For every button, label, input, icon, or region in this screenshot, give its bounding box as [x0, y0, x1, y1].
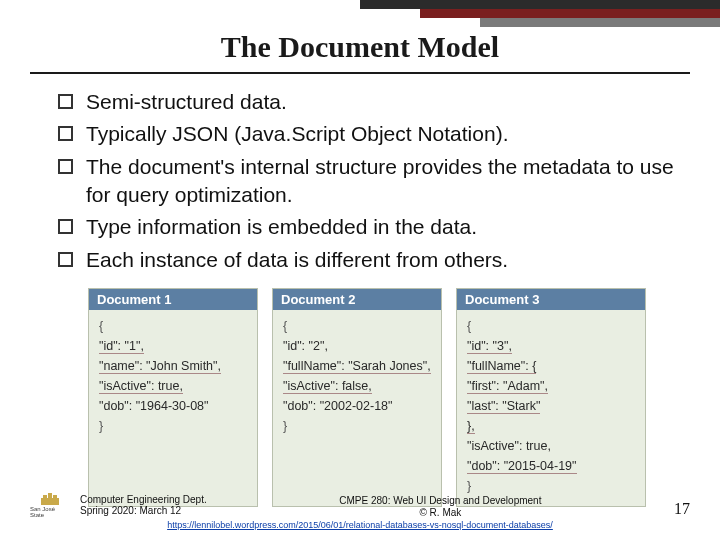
decorative-bands	[360, 0, 720, 27]
document-body: { "id": "1", "name": "John Smith", "isAc…	[89, 310, 257, 446]
slide-footer: San José State Computer Engineering Dept…	[30, 492, 690, 530]
document-header: Document 1	[89, 289, 257, 310]
footer-term: Spring 2020: March 12	[80, 505, 207, 516]
document-body: { "id": "3", "fullName": { "first": "Ada…	[457, 310, 645, 506]
footer-author: © R. Mak	[207, 507, 674, 518]
footer-course: CMPE 280: Web UI Design and Development	[207, 495, 674, 506]
svg-rect-1	[43, 495, 47, 505]
citation-link[interactable]: https://lennilobel.wordpress.com/2015/06…	[30, 520, 690, 530]
university-logo: San José State	[30, 492, 70, 518]
list-item: Typically JSON (Java.Script Object Notat…	[58, 120, 680, 148]
document-card: Document 3 { "id": "3", "fullName": { "f…	[456, 288, 646, 507]
title-underline	[30, 72, 690, 74]
document-examples: Document 1 { "id": "1", "name": "John Sm…	[88, 288, 690, 507]
list-item: Type information is embedded in the data…	[58, 213, 680, 241]
document-body: { "id": "2", "fullName": "Sarah Jones", …	[273, 310, 441, 446]
svg-rect-2	[53, 495, 57, 505]
footer-center: CMPE 280: Web UI Design and Development …	[207, 495, 674, 518]
bullet-list: Semi-structured data. Typically JSON (Ja…	[58, 88, 680, 278]
list-item: Semi-structured data.	[58, 88, 680, 116]
svg-rect-3	[48, 493, 52, 505]
page-number: 17	[674, 500, 690, 518]
list-item: Each instance of data is different from …	[58, 246, 680, 274]
footer-dept-block: Computer Engineering Dept. Spring 2020: …	[80, 494, 207, 516]
document-card: Document 1 { "id": "1", "name": "John Sm…	[88, 288, 258, 507]
document-header: Document 2	[273, 289, 441, 310]
document-header: Document 3	[457, 289, 645, 310]
footer-dept: Computer Engineering Dept.	[80, 494, 207, 505]
list-item: The document's internal structure provid…	[58, 153, 680, 210]
slide-title: The Document Model	[0, 30, 720, 64]
document-card: Document 2 { "id": "2", "fullName": "Sar…	[272, 288, 442, 507]
